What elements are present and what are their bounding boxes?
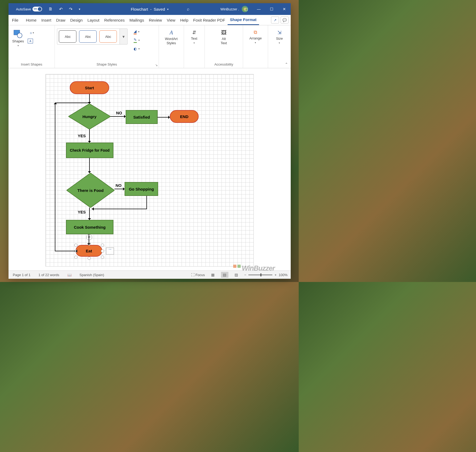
tab-mailings[interactable]: Mailings xyxy=(127,15,146,25)
rotation-handle-icon[interactable]: ⟳ xyxy=(86,234,92,240)
arrow-head-icon xyxy=(91,207,94,211)
read-mode-icon[interactable]: ▦ xyxy=(209,272,217,278)
page-canvas[interactable]: Start Hungry Satisfied END Check Fridge … xyxy=(46,74,254,267)
zoom-slider[interactable]: − + 100% xyxy=(244,273,288,277)
text-button[interactable]: ⇵Text▾ xyxy=(189,29,199,45)
tab-review[interactable]: Review xyxy=(146,15,164,25)
connector[interactable] xyxy=(110,116,126,117)
shape-satisfied[interactable]: Satisfied xyxy=(126,110,158,124)
share-icon[interactable]: ↗ xyxy=(271,17,279,23)
undo-icon[interactable]: ↶ xyxy=(59,7,63,12)
selection-handle[interactable] xyxy=(74,256,77,259)
arrow-head-icon xyxy=(88,141,91,144)
tab-shape-format[interactable]: Shape Format xyxy=(228,15,259,25)
save-icon[interactable]: 🗎 xyxy=(48,7,53,11)
style-preset-1[interactable]: Abc xyxy=(59,30,76,43)
connector[interactable] xyxy=(146,196,147,209)
language-indicator[interactable]: Spanish (Spain) xyxy=(80,273,104,277)
shape-end[interactable]: END xyxy=(170,110,199,123)
titlebar: AutoSave On 🗎 ↶ ↷ ▾ Flowchart - Saved ▾ … xyxy=(9,3,291,15)
customize-qat-icon[interactable]: ▾ xyxy=(79,7,80,11)
ribbon-display-icon[interactable]: ▢ xyxy=(240,3,252,15)
spellcheck-icon[interactable]: 📖 xyxy=(67,273,72,277)
connector[interactable] xyxy=(55,251,76,251)
tab-layout[interactable]: Layout xyxy=(85,15,102,25)
autosave-label: AutoSave xyxy=(16,7,31,11)
arrow-head-icon xyxy=(168,116,171,119)
size-button[interactable]: ⇲Size▾ xyxy=(274,29,284,45)
label-yes: YES xyxy=(78,210,86,214)
tab-design[interactable]: Design xyxy=(68,15,85,25)
tab-help[interactable]: Help xyxy=(178,15,191,25)
page-indicator[interactable]: Page 1 of 1 xyxy=(13,273,31,277)
zoom-in-icon[interactable]: + xyxy=(274,273,277,277)
tab-foxit[interactable]: Foxit Reader PDF xyxy=(191,15,228,25)
zoom-level[interactable]: 100% xyxy=(279,273,288,277)
ribbon: Shapes ▾ ⟐▾ A Insert Shapes Abc Abc Abc … xyxy=(9,25,291,68)
shape-outline-icon[interactable]: ✎▾ xyxy=(132,37,141,43)
connector[interactable] xyxy=(89,158,90,173)
wordart-styles-button[interactable]: AWordArt Styles xyxy=(163,29,179,46)
selection-handle[interactable] xyxy=(88,257,91,260)
arrow-head-icon xyxy=(54,101,57,104)
shape-style-gallery[interactable]: Abc Abc Abc ▾ xyxy=(57,29,128,45)
selection-handle[interactable] xyxy=(74,244,77,247)
shape-hungry[interactable]: Hungry xyxy=(68,104,110,129)
tab-home[interactable]: Home xyxy=(23,15,39,25)
text-box-icon[interactable]: A xyxy=(28,39,33,43)
connector[interactable] xyxy=(92,209,147,209)
focus-mode[interactable]: ⛶ Focus xyxy=(191,273,205,277)
shapes-button[interactable]: Shapes ▾ xyxy=(11,29,26,48)
close-icon[interactable]: ✕ xyxy=(278,3,291,15)
label-yes: YES xyxy=(78,134,86,138)
zoom-out-icon[interactable]: − xyxy=(244,273,247,277)
print-layout-icon[interactable]: ▤ xyxy=(221,272,228,278)
tab-file[interactable]: File xyxy=(10,15,21,25)
web-layout-icon[interactable]: ▨ xyxy=(233,272,240,278)
autosave-toggle[interactable]: AutoSave On xyxy=(16,7,42,11)
dialog-launcher-icon[interactable]: ↘ xyxy=(155,63,158,67)
tab-draw[interactable]: Draw xyxy=(54,15,68,25)
shape-there-is-food[interactable]: There is Food xyxy=(67,173,114,208)
app-window: AutoSave On 🗎 ↶ ↷ ▾ Flowchart - Saved ▾ … xyxy=(9,3,291,279)
tab-references[interactable]: References xyxy=(102,15,127,25)
selection-handle[interactable] xyxy=(101,256,104,259)
style-preset-2[interactable]: Abc xyxy=(79,30,97,43)
shape-go-shopping[interactable]: Go Shopping xyxy=(125,182,158,196)
arrange-button[interactable]: ⧉Arrange▾ xyxy=(248,29,263,45)
shape-cook[interactable]: Cook Something xyxy=(66,220,113,234)
word-count[interactable]: 1 of 22 words xyxy=(39,273,59,277)
shape-start[interactable]: Start xyxy=(70,81,109,94)
label-no: NO xyxy=(116,183,122,188)
tab-view[interactable]: View xyxy=(164,15,178,25)
connector[interactable] xyxy=(89,129,90,143)
minimize-icon[interactable]: — xyxy=(252,3,265,15)
document-title[interactable]: Flowchart - Saved ▾ xyxy=(131,7,169,11)
gallery-more-icon[interactable]: ▾ xyxy=(120,29,127,44)
shape-check-fridge[interactable]: Check Fridge for Food xyxy=(66,143,113,158)
arrow-head-icon xyxy=(123,187,126,191)
connector[interactable] xyxy=(55,103,55,251)
watermark: WinBuzzer xyxy=(233,264,275,272)
toggle-switch[interactable]: On xyxy=(32,7,42,11)
connector[interactable] xyxy=(55,103,89,103)
shape-effects-icon[interactable]: ◐▾ xyxy=(132,46,141,52)
edit-shape-icon[interactable]: ⟐▾ xyxy=(28,30,36,36)
style-preset-3[interactable]: Abc xyxy=(99,30,117,43)
shape-fill-icon[interactable]: ◢▾ xyxy=(132,29,141,35)
collapse-ribbon-icon[interactable]: ⌃ xyxy=(285,62,288,66)
search-icon[interactable]: ⌕ xyxy=(187,7,190,11)
ribbon-tabs: File Home Insert Draw Design Layout Refe… xyxy=(9,15,291,25)
arrow-head-icon xyxy=(88,218,91,221)
layout-options-icon[interactable]: ⌒ xyxy=(106,248,114,255)
tab-insert[interactable]: Insert xyxy=(39,15,54,25)
comments-icon[interactable]: 💬 xyxy=(281,17,289,23)
selection-handle[interactable] xyxy=(101,244,104,247)
maximize-icon[interactable]: ☐ xyxy=(265,3,278,15)
redo-icon[interactable]: ↷ xyxy=(69,7,72,12)
shape-eat[interactable]: Eat xyxy=(76,245,102,257)
document-area[interactable]: Start Hungry Satisfied END Check Fridge … xyxy=(9,69,291,271)
arrow-head-icon xyxy=(124,115,127,118)
alt-text-button[interactable]: 🖼Alt Text xyxy=(219,29,229,46)
selection-handle[interactable] xyxy=(101,249,104,253)
